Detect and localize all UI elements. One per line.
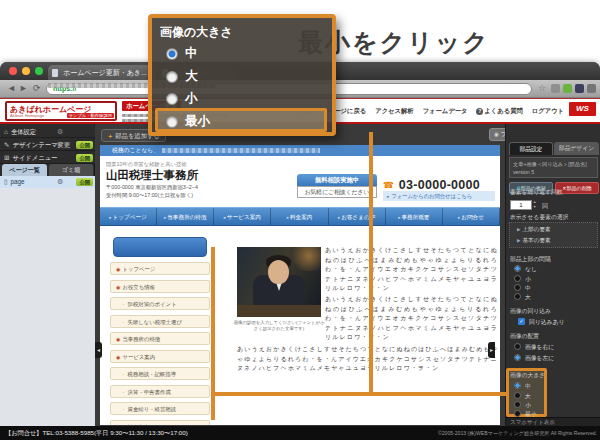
- sidebar-item-side-menu[interactable]: ⊞サイドメニュー 公開: [0, 152, 95, 164]
- sidebar-item-global-settings[interactable]: ⌂全体設定 ⚙: [0, 126, 95, 138]
- contact-form-link[interactable]: ▸フォームからのお問合せはこちら: [383, 191, 495, 201]
- position-label: 画像の配置: [510, 332, 539, 341]
- callout-radio-small[interactable]: 小: [166, 90, 198, 107]
- element-option-label: 上部の要素: [522, 226, 550, 232]
- site-nav-item[interactable]: ▸お客さまの声: [329, 208, 386, 225]
- arrow-icon: ▸: [387, 194, 389, 199]
- publish-button[interactable]: 公開: [76, 154, 93, 162]
- body-paragraph: あいうえおかきくけこさしすせそたちつてとなにぬねのはひふへほまみむめもやゃゆょよ…: [237, 345, 498, 374]
- site-nav-item[interactable]: ▸サービス案内: [214, 208, 271, 225]
- radio-label: 小: [525, 275, 531, 284]
- site-hours: 受付時間:9:00〜17:00(土日祝を除く): [106, 192, 193, 199]
- smartphone-section-header[interactable]: スマホサイト表示: [506, 417, 600, 426]
- nav-form-data-link[interactable]: フォームデータ: [423, 107, 468, 116]
- gear-icon[interactable]: ⚙: [57, 176, 63, 188]
- extension-icon[interactable]: [551, 84, 560, 93]
- callout-radio-medium[interactable]: 中: [166, 45, 198, 62]
- gear-icon[interactable]: ⚙: [57, 126, 63, 138]
- radio-image-left[interactable]: [514, 354, 521, 361]
- zoom-window-button[interactable]: [35, 67, 43, 75]
- extension-icon[interactable]: [563, 84, 572, 93]
- element-option-top[interactable]: ▶上部の要素: [517, 226, 551, 234]
- nav-faq-link[interactable]: ?よくある質問: [476, 107, 522, 116]
- close-window-button[interactable]: [9, 67, 17, 75]
- tab-trash[interactable]: ゴミ箱: [49, 164, 93, 176]
- arrow-icon: ▶: [517, 227, 520, 232]
- menu-item[interactable]: ◉サービス案内: [110, 350, 210, 363]
- censored-text-block: [162, 148, 320, 153]
- plus-icon: ＋: [107, 132, 113, 139]
- nav-access-analysis-link[interactable]: アクセス解析: [375, 107, 413, 116]
- back-icon[interactable]: ◄: [7, 83, 16, 93]
- menu-label: 失敗しない税理士選び: [128, 319, 182, 325]
- publish-button[interactable]: 公開: [76, 178, 93, 186]
- menu-item[interactable]: ・税務相談・記帳指導: [110, 367, 210, 380]
- menu-item[interactable]: ◉トップページ: [110, 262, 210, 275]
- bookmark-star-icon[interactable]: ☆: [538, 83, 546, 93]
- menu-label: お役立ち情報: [122, 284, 155, 290]
- radio-label: 中: [185, 45, 198, 62]
- radio-size-small[interactable]: [514, 401, 521, 408]
- gear-icon[interactable]: ⚙: [57, 139, 63, 151]
- site-nav-item[interactable]: ▸トップページ: [100, 208, 157, 225]
- tab-part-design[interactable]: 部品デザイン: [554, 142, 599, 155]
- radio-label: 小: [525, 401, 531, 410]
- radio-spacing-large[interactable]: [514, 293, 521, 300]
- tab-page-list[interactable]: ページ一覧: [2, 164, 47, 176]
- page-list-panel: [0, 188, 95, 426]
- arrow-icon: ▸: [109, 215, 111, 220]
- forward-icon[interactable]: ►: [19, 83, 28, 93]
- editor-area: ⌂全体設定 ⚙ ✎デザインテーマ変更 ⚙ 公開 ⊞サイドメニュー 公開 ページ一…: [0, 124, 600, 426]
- collapse-right-handle[interactable]: ▸: [488, 342, 495, 358]
- sidebar-item-design-theme[interactable]: ✎デザインテーマ変更 ⚙ 公開: [0, 139, 95, 151]
- element-option-basic[interactable]: ▶基本の要素: [517, 237, 551, 245]
- reload-icon[interactable]: ⟳: [33, 83, 41, 93]
- menu-item[interactable]: ◉お役立ち情報: [110, 280, 210, 293]
- spin-down-icon[interactable]: ▼: [533, 205, 536, 210]
- radio-spacing-small[interactable]: [514, 275, 521, 282]
- checkbox-wrap-checked[interactable]: ✓: [518, 318, 525, 325]
- browser-tab-active[interactable]: ホームページ更新・あき...: [48, 65, 156, 80]
- radio-image-right[interactable]: [514, 343, 521, 350]
- page-list-item[interactable]: ▯page ⚙ 公開: [0, 176, 95, 188]
- phone-icon: ☎: [383, 180, 394, 190]
- minimize-window-button[interactable]: [22, 67, 30, 75]
- radio-spacing-none[interactable]: [514, 265, 521, 272]
- radio-size-large[interactable]: [514, 392, 521, 399]
- repeat-unit-label: 回: [542, 202, 548, 211]
- site-nav-item[interactable]: ▸料金案内: [271, 208, 328, 225]
- element-options-box: ▶上部の要素 ▶基本の要素: [509, 222, 598, 248]
- radio-label: 画像を左に: [525, 354, 554, 363]
- radio-size-medium[interactable]: [514, 382, 521, 389]
- publish-button[interactable]: 公開: [76, 141, 93, 149]
- arrow-icon: ▸: [287, 215, 289, 220]
- menu-item[interactable]: ・決算・申告書作成: [110, 385, 210, 398]
- collapse-left-handle[interactable]: ◂: [95, 342, 102, 358]
- side-banner-button[interactable]: [113, 237, 207, 257]
- callout-radio-large[interactable]: 大: [166, 68, 198, 85]
- extension-icon[interactable]: [575, 84, 584, 93]
- nav-logout-link[interactable]: ログアウト: [532, 107, 564, 116]
- site-nav-label: トップページ: [113, 214, 147, 220]
- radio-spacing-medium[interactable]: [514, 284, 521, 291]
- extension-icon[interactable]: [587, 84, 596, 93]
- radio-size-smallest[interactable]: [514, 410, 521, 417]
- menu-item[interactable]: ◉当事務所の特徴: [110, 332, 210, 345]
- eye-icon: ◉: [494, 131, 499, 137]
- tab-part-settings[interactable]: 部品設定: [509, 142, 553, 155]
- site-nav-item[interactable]: ▸事務所概要: [386, 208, 443, 225]
- repeat-count-input[interactable]: 1: [510, 200, 532, 210]
- site-address: 〒000-0000 東京都新宿区西新宿3−2−4: [106, 184, 198, 191]
- radio-icon: [166, 116, 178, 128]
- callout-radio-smallest[interactable]: 最小: [166, 113, 210, 130]
- site-nav: ▸トップページ ▸当事務所の特徴 ▸サービス案内 ▸料金案内 ▸お客さまの声 ▸…: [100, 207, 500, 226]
- menu-label: 資金繰り・経営相談: [128, 406, 177, 412]
- stepper-arrows[interactable]: ▲▼: [533, 200, 536, 209]
- menu-item[interactable]: ・節税対策のポイント: [110, 297, 210, 310]
- site-nav-item[interactable]: ▸当事務所の特徴: [157, 208, 214, 225]
- bullet-icon: ◉: [116, 354, 120, 360]
- menu-item[interactable]: ・資金繰り・経営相談: [110, 402, 210, 415]
- menu-item[interactable]: ・料金案内: [110, 420, 210, 426]
- site-nav-item[interactable]: ▸お問合せ: [443, 208, 500, 225]
- menu-item[interactable]: ・失敗しない税理士選び: [110, 315, 210, 328]
